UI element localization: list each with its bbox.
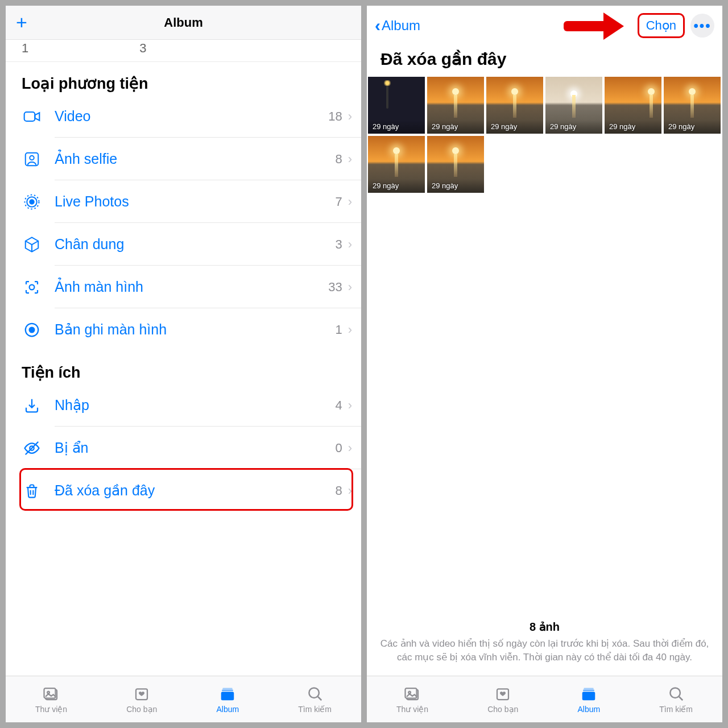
photo-thumbnail[interactable]: 29 ngày bbox=[368, 77, 425, 134]
days-badge: 29 ngày bbox=[545, 120, 602, 134]
row-live-photos[interactable]: Live Photos 7 › bbox=[6, 180, 361, 223]
svg-point-20 bbox=[309, 688, 319, 698]
library-icon bbox=[403, 685, 422, 702]
svg-point-8 bbox=[30, 327, 35, 332]
days-badge: 29 ngày bbox=[486, 120, 543, 134]
days-badge: 29 ngày bbox=[368, 120, 425, 134]
svg-line-30 bbox=[679, 697, 682, 700]
row-selfie[interactable]: Ảnh selfie 8 › bbox=[6, 138, 361, 180]
days-badge: 29 ngày bbox=[427, 179, 484, 193]
section-title-utilities: Tiện ích bbox=[6, 351, 361, 384]
days-badge: 29 ngày bbox=[605, 120, 661, 134]
tab-label: Tìm kiếm bbox=[298, 705, 332, 714]
svg-rect-18 bbox=[222, 689, 233, 691]
photo-thumbnail[interactable]: 29 ngày bbox=[605, 77, 661, 134]
tab-album[interactable]: Album bbox=[216, 685, 239, 714]
search-icon bbox=[667, 685, 686, 702]
selfie-icon bbox=[22, 149, 42, 169]
record-icon bbox=[22, 320, 42, 340]
search-icon bbox=[305, 685, 325, 702]
tab-for-you[interactable]: Cho bạn bbox=[126, 685, 157, 714]
svg-rect-26 bbox=[582, 692, 595, 700]
library-icon bbox=[42, 685, 61, 702]
section-title-media: Loại phương tiện bbox=[6, 62, 361, 95]
tab-bar: Thư viện Cho bạn Album Tìm kiếm bbox=[367, 676, 722, 722]
tab-label: Album bbox=[577, 705, 600, 714]
row-count: 18 bbox=[328, 109, 342, 124]
row-label: Ảnh selfie bbox=[55, 151, 335, 167]
media-types-list: Video 18 › Ảnh selfie 8 › Live Photos 7 … bbox=[6, 95, 361, 351]
tab-album[interactable]: Album bbox=[577, 685, 600, 714]
nav-title: Album bbox=[164, 15, 202, 30]
row-portrait[interactable]: Chân dung 3 › bbox=[6, 223, 361, 266]
tab-search[interactable]: Tìm kiếm bbox=[298, 685, 332, 714]
chevron-right-icon: › bbox=[348, 483, 352, 498]
preview-numbers: 1 3 bbox=[6, 40, 361, 62]
photo-grid: 29 ngày 29 ngày 29 ngày 29 ngày 29 ngày … bbox=[367, 77, 722, 193]
svg-rect-1 bbox=[26, 152, 39, 166]
chevron-right-icon: › bbox=[348, 237, 352, 252]
add-button[interactable]: + bbox=[16, 11, 27, 34]
row-count: 8 bbox=[335, 483, 342, 498]
days-badge: 29 ngày bbox=[664, 120, 721, 134]
svg-point-6 bbox=[30, 284, 35, 289]
svg-rect-17 bbox=[221, 692, 234, 700]
chevron-right-icon: › bbox=[348, 280, 352, 295]
ellipsis-icon: ••• bbox=[693, 18, 711, 34]
page-title: Đã xóa gần đây bbox=[367, 46, 722, 77]
photo-thumbnail[interactable]: 29 ngày bbox=[427, 77, 484, 134]
photo-thumbnail[interactable]: 29 ngày bbox=[545, 77, 602, 134]
chevron-right-icon: › bbox=[348, 322, 352, 337]
row-label: Bản ghi màn hình bbox=[55, 321, 335, 338]
photo-thumbnail[interactable]: 29 ngày bbox=[486, 77, 543, 134]
portrait-icon bbox=[22, 234, 42, 255]
row-label: Bị ẩn bbox=[55, 440, 335, 456]
chevron-right-icon: › bbox=[348, 441, 352, 456]
hidden-icon bbox=[22, 438, 42, 458]
select-button[interactable]: Chọn bbox=[638, 13, 685, 38]
svg-rect-28 bbox=[584, 688, 594, 689]
screenshot-icon bbox=[22, 277, 42, 297]
utilities-list: Nhập 4 › Bị ẩn 0 › Đã xóa gần đây 8 › bbox=[6, 384, 361, 512]
tab-label: Thư viện bbox=[396, 705, 428, 714]
tab-library[interactable]: Thư viện bbox=[35, 685, 67, 714]
tab-bar: Thư viện Cho bạn Album Tìm kiếm bbox=[6, 676, 361, 722]
annotation-arrow bbox=[564, 11, 632, 40]
photo-thumbnail[interactable]: 29 ngày bbox=[368, 136, 425, 193]
left-screenshot: + Album 1 3 Loại phương tiện Video 18 › … bbox=[6, 6, 361, 722]
svg-line-21 bbox=[318, 697, 321, 700]
row-screenshot[interactable]: Ảnh màn hình 33 › bbox=[6, 266, 361, 308]
row-label: Đã xóa gần đây bbox=[55, 482, 335, 499]
tab-label: Thư viện bbox=[35, 705, 67, 714]
chevron-right-icon: › bbox=[348, 152, 352, 167]
nav-header: ‹ Album Chọn ••• bbox=[367, 6, 722, 46]
back-button[interactable]: ‹ Album bbox=[375, 16, 420, 35]
deletion-explainer: Các ảnh và video hiển thị số ngày còn lạ… bbox=[379, 637, 710, 664]
more-button[interactable]: ••• bbox=[690, 14, 714, 38]
for-you-icon bbox=[493, 685, 512, 702]
row-label: Chân dung bbox=[55, 236, 335, 253]
tab-library[interactable]: Thư viện bbox=[396, 685, 428, 714]
tab-for-you[interactable]: Cho bạn bbox=[487, 685, 518, 714]
photo-thumbnail[interactable]: 29 ngày bbox=[427, 136, 484, 193]
video-icon bbox=[22, 106, 42, 127]
row-count: 0 bbox=[335, 441, 342, 456]
row-import[interactable]: Nhập 4 › bbox=[6, 384, 361, 427]
row-hidden[interactable]: Bị ẩn 0 › bbox=[6, 427, 361, 469]
row-recently-deleted[interactable]: Đã xóa gần đây 8 › bbox=[6, 469, 361, 512]
svg-rect-0 bbox=[24, 112, 35, 121]
tab-label: Cho bạn bbox=[126, 705, 157, 714]
photo-count: 8 ảnh bbox=[379, 620, 710, 634]
photo-thumbnail[interactable]: 29 ngày bbox=[664, 77, 721, 134]
tab-label: Tìm kiếm bbox=[659, 705, 693, 714]
tab-label: Cho bạn bbox=[487, 705, 518, 714]
tab-search[interactable]: Tìm kiếm bbox=[659, 685, 693, 714]
svg-rect-19 bbox=[223, 688, 233, 689]
row-count: 4 bbox=[335, 398, 342, 413]
trash-icon bbox=[22, 481, 42, 501]
row-screen-recording[interactable]: Bản ghi màn hình 1 › bbox=[6, 308, 361, 351]
for-you-icon bbox=[132, 685, 151, 702]
row-label: Live Photos bbox=[55, 193, 335, 210]
row-video[interactable]: Video 18 › bbox=[6, 95, 361, 138]
row-count: 33 bbox=[328, 280, 342, 295]
